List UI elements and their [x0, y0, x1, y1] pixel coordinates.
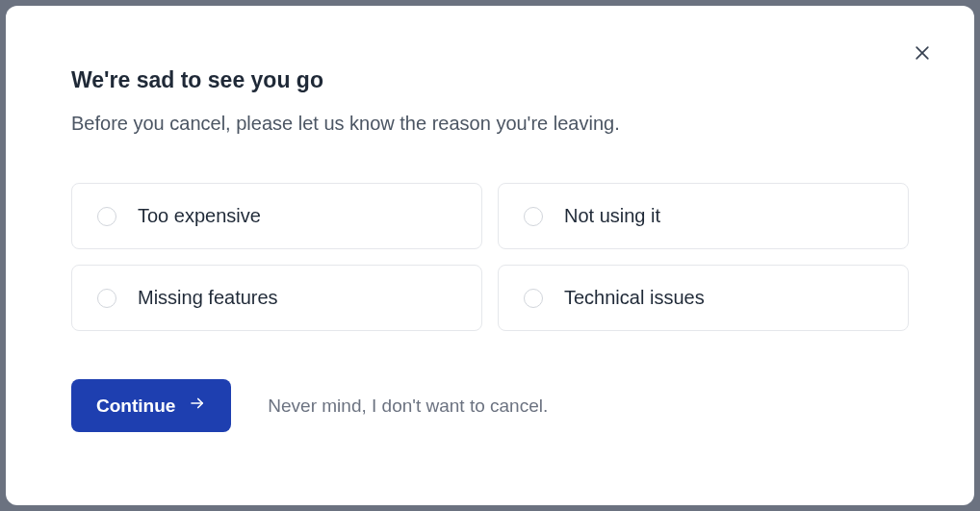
option-label: Too expensive — [138, 205, 261, 227]
radio-icon — [524, 289, 543, 308]
radio-icon — [97, 289, 116, 308]
radio-icon — [97, 207, 116, 226]
option-label: Missing features — [138, 287, 278, 309]
close-icon — [913, 43, 932, 65]
modal-title: We're sad to see you go — [71, 67, 909, 93]
option-missing-features[interactable]: Missing features — [71, 265, 482, 331]
option-too-expensive[interactable]: Too expensive — [71, 183, 482, 249]
option-label: Technical issues — [564, 287, 705, 309]
radio-icon — [524, 207, 543, 226]
arrow-right-icon — [189, 395, 206, 417]
option-not-using-it[interactable]: Not using it — [498, 183, 909, 249]
option-technical-issues[interactable]: Technical issues — [498, 265, 909, 331]
option-label: Not using it — [564, 205, 660, 227]
close-button[interactable] — [909, 40, 936, 67]
cancel-subscription-modal: We're sad to see you go Before you cance… — [6, 6, 974, 505]
modal-subtitle: Before you cancel, please let us know th… — [71, 113, 909, 135]
continue-button[interactable]: Continue — [71, 379, 231, 432]
modal-footer: Continue Never mind, I don't want to can… — [71, 379, 909, 432]
continue-button-label: Continue — [96, 396, 175, 417]
cancel-reason-options: Too expensive Not using it Missing featu… — [71, 183, 909, 331]
nevermind-link[interactable]: Never mind, I don't want to cancel. — [268, 396, 548, 417]
